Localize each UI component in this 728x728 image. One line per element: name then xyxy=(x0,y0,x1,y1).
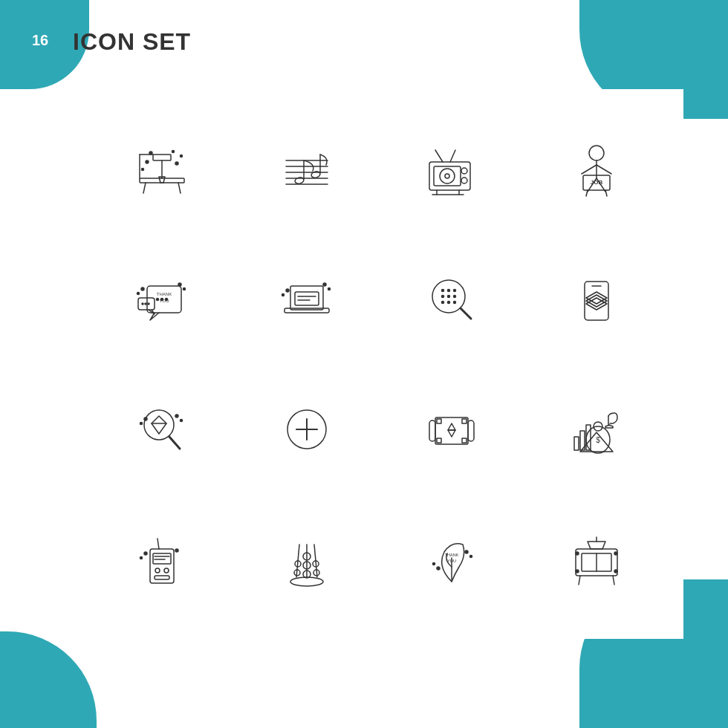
svg-point-116 xyxy=(164,568,169,573)
svg-rect-99 xyxy=(437,419,441,423)
svg-point-136 xyxy=(432,562,435,565)
svg-point-115 xyxy=(155,568,160,573)
add-circle-icon xyxy=(277,400,337,459)
svg-point-64 xyxy=(282,293,284,296)
svg-point-34 xyxy=(589,146,604,160)
svg-point-76 xyxy=(453,301,455,303)
svg-line-36 xyxy=(582,165,597,174)
icon-cell-thank-you-leaf: THANK YOU xyxy=(379,494,524,624)
svg-point-138 xyxy=(469,555,472,557)
icon-cell-layers-phone xyxy=(524,234,669,364)
svg-point-90 xyxy=(180,419,182,421)
icon-cell-torah-scroll xyxy=(379,364,524,494)
svg-line-1 xyxy=(143,183,146,193)
svg-rect-24 xyxy=(434,166,461,186)
svg-line-77 xyxy=(461,308,471,319)
svg-point-9 xyxy=(180,155,182,157)
svg-point-75 xyxy=(447,301,449,303)
laptop-form-icon xyxy=(277,270,337,329)
svg-point-30 xyxy=(461,178,467,183)
icon-cell-thank-you-message: THANK YOU xyxy=(89,234,234,364)
svg-text:JOB: JOB xyxy=(590,179,602,186)
icon-cell-business-trophy: $ xyxy=(524,364,669,494)
svg-point-56 xyxy=(178,283,181,286)
svg-line-143 xyxy=(579,576,580,585)
svg-point-147 xyxy=(614,552,617,555)
svg-point-7 xyxy=(141,168,143,170)
icon-cell-laptop-form xyxy=(234,234,379,364)
svg-point-19 xyxy=(294,176,305,184)
svg-rect-110 xyxy=(150,549,174,583)
svg-line-144 xyxy=(613,576,614,585)
page-title: ICON SET xyxy=(73,28,191,56)
number-badge: 16 xyxy=(21,21,59,59)
layers-phone-icon xyxy=(567,270,626,329)
svg-text:$: $ xyxy=(596,436,600,444)
svg-rect-106 xyxy=(574,437,579,450)
corner-decoration-bl xyxy=(0,631,97,728)
svg-rect-101 xyxy=(437,438,441,443)
svg-rect-0 xyxy=(140,178,184,183)
svg-point-83 xyxy=(144,410,174,440)
svg-point-11 xyxy=(172,150,174,152)
svg-point-74 xyxy=(441,301,443,303)
svg-point-121 xyxy=(290,577,323,586)
svg-rect-117 xyxy=(155,576,169,579)
svg-line-86 xyxy=(169,437,180,449)
svg-text:THANK: THANK xyxy=(156,292,171,296)
business-trophy-icon: $ xyxy=(567,400,626,459)
svg-point-145 xyxy=(576,552,579,555)
svg-point-119 xyxy=(140,556,142,559)
icon-cell-abacus xyxy=(234,494,379,624)
svg-rect-94 xyxy=(429,420,435,441)
icon-cell-job-seeker: JOB xyxy=(524,104,669,234)
svg-point-71 xyxy=(441,295,443,297)
retro-tv-icon xyxy=(422,140,481,199)
svg-point-70 xyxy=(453,289,455,291)
icon-cell-retro-tv xyxy=(379,104,524,234)
svg-rect-102 xyxy=(462,438,467,443)
svg-point-73 xyxy=(453,295,455,297)
svg-point-25 xyxy=(440,169,455,183)
svg-line-37 xyxy=(597,165,611,174)
svg-point-53 xyxy=(148,303,149,305)
svg-rect-3 xyxy=(153,155,171,160)
svg-point-52 xyxy=(145,303,146,305)
abacus-icon xyxy=(277,530,337,589)
svg-text:YOU: YOU xyxy=(159,299,169,303)
svg-point-51 xyxy=(142,303,143,305)
torah-scroll-icon xyxy=(422,400,481,459)
svg-point-55 xyxy=(137,292,139,294)
svg-point-57 xyxy=(183,287,185,290)
svg-marker-97 xyxy=(448,423,455,430)
svg-rect-95 xyxy=(468,420,474,441)
svg-line-27 xyxy=(435,150,443,162)
svg-rect-78 xyxy=(585,282,608,320)
diamond-search-icon xyxy=(132,400,192,459)
svg-marker-98 xyxy=(448,430,455,437)
icon-cell-diamond-search xyxy=(89,364,234,494)
billiard-table-icon xyxy=(567,530,626,589)
svg-rect-112 xyxy=(153,553,171,564)
svg-rect-96 xyxy=(435,417,468,444)
icons-grid: JOB THANK YOU xyxy=(74,89,683,639)
svg-text:THANK: THANK xyxy=(444,553,458,557)
svg-point-137 xyxy=(465,550,468,553)
icon-cell-music-notes xyxy=(234,104,379,234)
svg-point-63 xyxy=(286,289,289,292)
icon-cell-billiard-table xyxy=(524,494,669,624)
svg-text:YOU: YOU xyxy=(447,559,456,563)
svg-point-135 xyxy=(437,567,440,570)
svg-point-69 xyxy=(447,289,449,291)
svg-point-26 xyxy=(445,174,449,178)
icon-cell-cnc-machine xyxy=(89,104,234,234)
svg-point-65 xyxy=(323,283,326,286)
svg-point-21 xyxy=(311,170,321,178)
svg-point-146 xyxy=(576,570,579,573)
svg-line-111 xyxy=(157,539,159,549)
svg-rect-60 xyxy=(295,292,319,305)
svg-point-87 xyxy=(144,417,147,420)
svg-point-54 xyxy=(141,287,144,290)
svg-point-89 xyxy=(175,415,178,417)
search-audio-icon xyxy=(422,270,481,329)
